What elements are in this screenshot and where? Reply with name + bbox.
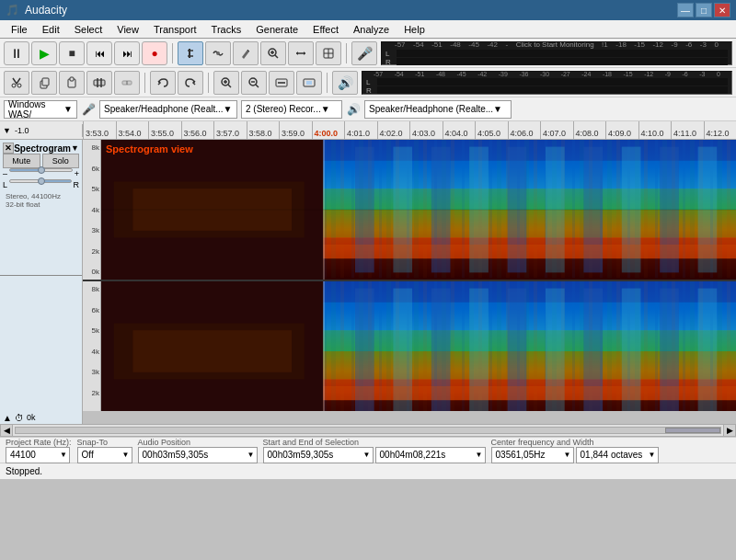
skip-forward-button[interactable]: ⏭ — [114, 41, 140, 65]
svg-rect-55 — [324, 245, 737, 258]
scroll-left-button[interactable]: ◀ — [0, 424, 13, 437]
track-close-button[interactable]: ✕ — [3, 143, 14, 154]
envelope-tool[interactable] — [205, 41, 231, 65]
speaker-icon[interactable]: 🔊 — [332, 71, 358, 95]
track-collapse-button[interactable]: ▼ — [71, 143, 79, 153]
menu-file[interactable]: File — [4, 22, 35, 37]
selection-end-value[interactable]: 00h04m08,221s ▼ — [375, 447, 486, 463]
time-mark: 4:06.0 — [508, 121, 541, 139]
menu-edit[interactable]: Edit — [35, 22, 67, 37]
snap-to-label: Snap-To — [77, 438, 109, 447]
selection-tool[interactable] — [178, 41, 203, 65]
selection-section: Start and End of Selection 00h03m59,305s… — [263, 438, 486, 463]
scroll-thumb[interactable] — [665, 428, 720, 433]
svg-rect-16 — [94, 80, 105, 86]
freq-value[interactable]: 03561,05Hz ▼ — [491, 447, 574, 463]
input-device-select[interactable]: Speaker/Headphone (Realt... ▼ — [99, 100, 237, 119]
menu-help[interactable]: Help — [397, 22, 432, 37]
zoom-tool[interactable] — [260, 41, 286, 65]
snap-to-value[interactable]: Off ▼ — [77, 447, 132, 463]
timeline-offset: ▼ -1.0 — [0, 124, 83, 137]
status-text: Stopped. — [6, 466, 42, 476]
menu-analyze[interactable]: Analyze — [346, 22, 397, 37]
audio-position-section: Audio Position 00h03m59,305s ▼ — [138, 438, 258, 463]
pause-button[interactable]: ⏸ — [4, 41, 29, 65]
stop-button[interactable]: ■ — [59, 41, 85, 65]
time-mark: 4:04.0 — [443, 121, 476, 139]
spectrogram-canvas-top[interactable]: Spectrogram view — [101, 140, 736, 280]
silence-button[interactable] — [114, 71, 140, 95]
maximize-button[interactable]: □ — [696, 3, 712, 17]
svg-rect-82 — [324, 281, 325, 411]
scroll-right-button[interactable]: ▶ — [723, 424, 736, 437]
spectrogram-canvas-bottom[interactable] — [101, 281, 736, 411]
zoom-in-button[interactable] — [213, 71, 239, 95]
vu-meters-display[interactable]: -57-54-51-48-45-42-Click to Start Monito… — [381, 41, 732, 65]
width-value[interactable]: 01,844 octaves ▼ — [576, 447, 659, 463]
pan-knob[interactable] — [38, 177, 45, 185]
menu-select[interactable]: Select — [67, 22, 110, 37]
project-rate-value[interactable]: 44100 ▼ — [6, 447, 70, 463]
solo-button[interactable]: Solo — [42, 154, 80, 168]
output-device-select[interactable]: Speaker/Headphone (Realte... ▼ — [364, 100, 512, 119]
svg-line-3 — [275, 55, 278, 58]
menu-tracks[interactable]: Tracks — [204, 22, 249, 37]
time-marks: 3:53.0 3:54.0 3:55.0 3:56.0 3:57.0 3:58.… — [83, 121, 736, 139]
record-button[interactable]: ● — [142, 41, 167, 65]
svg-point-11 — [17, 84, 21, 87]
spectrogram-title: Spectrogram view — [106, 143, 193, 154]
spectrogram-svg-bottom — [101, 281, 736, 411]
channels-select[interactable]: 2 (Stereo) Recor... ▼ — [241, 100, 342, 119]
dropdown-arrow-output: ▼ — [493, 104, 502, 114]
audio-pos-display: 00h03m59,305s — [143, 450, 209, 460]
menu-transport[interactable]: Transport — [146, 22, 204, 37]
selection-start-value[interactable]: 00h03m59,305s ▼ — [263, 447, 374, 463]
undo-button[interactable] — [150, 71, 176, 95]
time-mark: 3:59.0 — [279, 121, 312, 139]
menu-effect[interactable]: Effect — [305, 22, 346, 37]
timeshift-tool[interactable] — [288, 41, 314, 65]
minimize-button[interactable]: — — [677, 3, 694, 17]
redo-button[interactable] — [178, 71, 203, 95]
freq-arrow: ▼ — [564, 451, 571, 459]
separator — [172, 43, 173, 63]
timeline-ruler[interactable]: ▼ -1.0 3:53.0 3:54.0 3:55.0 3:56.0 3:57.… — [0, 121, 736, 140]
multi-tool[interactable] — [316, 41, 341, 65]
play-button[interactable]: ▶ — [31, 41, 57, 65]
track-menu-button[interactable]: ⏱ — [15, 413, 24, 423]
separator2 — [346, 43, 347, 63]
audio-position-value[interactable]: 00h03m59,305s ▼ — [138, 447, 258, 463]
freq-5k-b: 5k — [84, 326, 99, 335]
freq-8k: 8k — [84, 143, 99, 152]
project-rate-arrow: ▼ — [60, 451, 67, 459]
copy-button[interactable] — [31, 71, 57, 95]
paste-button[interactable] — [59, 71, 85, 95]
vu-meters-display2[interactable]: -57-54-51-48-45-42-39-36-30-27-24-18-15-… — [362, 71, 732, 95]
track-expand-button[interactable]: ▲ — [3, 413, 12, 423]
spectrogram-top[interactable]: 8k 6k 5k 4k 3k 2k 0k — [83, 140, 736, 281]
dropdown-arrow-input: ▼ — [224, 104, 233, 114]
menu-generate[interactable]: Generate — [248, 22, 305, 37]
waveform-area[interactable]: 8k 6k 5k 4k 3k 2k 0k — [83, 140, 736, 411]
scrollbar-area[interactable]: ◀ ▶ — [0, 424, 736, 437]
zoom-fit-selection-button[interactable] — [296, 71, 322, 95]
snap-to-section: Snap-To Off ▼ — [77, 438, 132, 463]
cut-button[interactable] — [4, 71, 29, 95]
title-bar-left: 🎵 Audacity — [6, 4, 67, 17]
zoom-fit-project-button[interactable] — [269, 71, 294, 95]
gain-knob[interactable] — [38, 166, 45, 174]
close-button[interactable]: ✕ — [714, 3, 730, 17]
mute-button[interactable]: Mute — [3, 154, 40, 168]
draw-tool[interactable] — [233, 41, 259, 65]
scroll-track[interactable] — [15, 427, 721, 434]
zoom-out-button[interactable] — [241, 71, 267, 95]
audio-api-select[interactable]: Windows WAS/ ▼ — [4, 100, 77, 119]
menu-view[interactable]: View — [109, 22, 146, 37]
mic-icon[interactable]: 🎤 — [351, 41, 377, 65]
trim-button[interactable] — [86, 71, 112, 95]
time-mark: 4:12.0 — [704, 121, 737, 139]
time-mark: 3:54.0 — [116, 121, 149, 139]
skip-back-button[interactable]: ⏮ — [86, 41, 112, 65]
spectrogram-bottom[interactable]: 8k 6k 5k 4k 3k 2k 0k — [83, 281, 736, 411]
svg-line-22 — [228, 85, 231, 87]
